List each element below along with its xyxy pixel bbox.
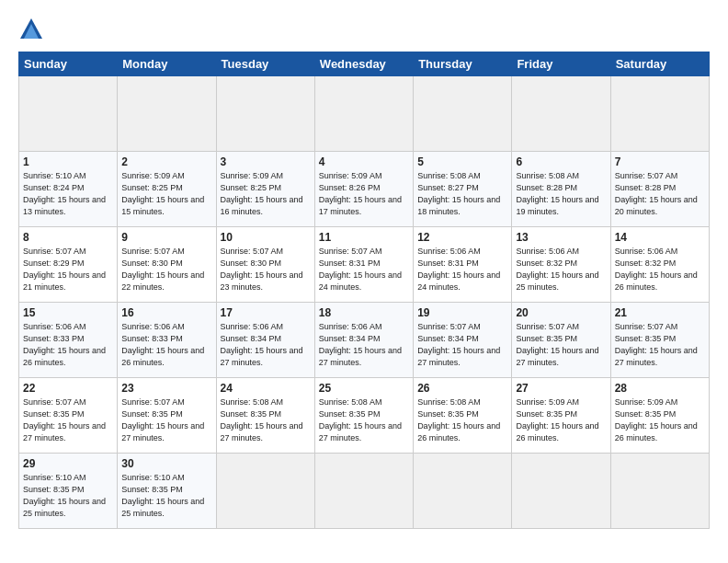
calendar-cell	[610, 76, 709, 152]
calendar-cell: 29Sunrise: 5:10 AMSunset: 8:35 PMDayligh…	[19, 454, 118, 529]
day-number: 26	[417, 382, 507, 395]
day-number: 12	[417, 231, 507, 244]
day-number: 6	[516, 155, 606, 168]
logo	[18, 17, 48, 42]
calendar-header-row: SundayMondayTuesdayWednesdayThursdayFrid…	[19, 52, 710, 76]
calendar-cell: 25Sunrise: 5:08 AMSunset: 8:35 PMDayligh…	[314, 378, 413, 454]
calendar-cell: 16Sunrise: 5:06 AMSunset: 8:33 PMDayligh…	[118, 303, 216, 378]
day-number: 2	[121, 155, 211, 168]
day-info: Sunrise: 5:09 AMSunset: 8:25 PMDaylight:…	[121, 170, 211, 218]
calendar-cell	[216, 454, 314, 529]
weekday-header-friday: Friday	[512, 52, 610, 76]
calendar-table: SundayMondayTuesdayWednesdayThursdayFrid…	[18, 52, 710, 529]
day-info: Sunrise: 5:07 AMSunset: 8:28 PMDaylight:…	[615, 170, 705, 218]
calendar-cell: 13Sunrise: 5:06 AMSunset: 8:32 PMDayligh…	[512, 227, 610, 303]
day-number: 23	[121, 382, 211, 395]
calendar-cell: 30Sunrise: 5:10 AMSunset: 8:35 PMDayligh…	[118, 454, 216, 529]
day-number: 4	[319, 155, 409, 168]
day-number: 7	[615, 155, 705, 168]
calendar-cell: 10Sunrise: 5:07 AMSunset: 8:30 PMDayligh…	[216, 227, 314, 303]
calendar-cell: 15Sunrise: 5:06 AMSunset: 8:33 PMDayligh…	[19, 303, 118, 378]
calendar-cell: 8Sunrise: 5:07 AMSunset: 8:29 PMDaylight…	[19, 227, 118, 303]
day-info: Sunrise: 5:06 AMSunset: 8:33 PMDaylight:…	[23, 321, 113, 369]
day-number: 28	[615, 382, 705, 395]
calendar-cell: 4Sunrise: 5:09 AMSunset: 8:26 PMDaylight…	[314, 152, 413, 227]
day-number: 13	[516, 231, 606, 244]
calendar-cell: 7Sunrise: 5:07 AMSunset: 8:28 PMDaylight…	[610, 152, 709, 227]
day-info: Sunrise: 5:06 AMSunset: 8:32 PMDaylight:…	[516, 246, 606, 293]
day-number: 20	[516, 306, 606, 319]
day-info: Sunrise: 5:07 AMSunset: 8:30 PMDaylight:…	[121, 246, 211, 293]
calendar-week-3: 15Sunrise: 5:06 AMSunset: 8:33 PMDayligh…	[19, 303, 710, 378]
calendar-week-5: 29Sunrise: 5:10 AMSunset: 8:35 PMDayligh…	[19, 454, 710, 529]
day-number: 30	[121, 457, 211, 470]
calendar-week-2: 8Sunrise: 5:07 AMSunset: 8:29 PMDaylight…	[19, 227, 710, 303]
day-info: Sunrise: 5:06 AMSunset: 8:33 PMDaylight:…	[121, 321, 211, 369]
day-info: Sunrise: 5:08 AMSunset: 8:27 PMDaylight:…	[417, 170, 507, 218]
day-info: Sunrise: 5:07 AMSunset: 8:35 PMDaylight:…	[615, 321, 705, 369]
calendar-cell: 24Sunrise: 5:08 AMSunset: 8:35 PMDayligh…	[216, 378, 314, 454]
calendar-week-0	[19, 76, 710, 152]
calendar-cell	[216, 76, 314, 152]
day-info: Sunrise: 5:06 AMSunset: 8:31 PMDaylight:…	[417, 246, 507, 293]
calendar-cell	[414, 76, 512, 152]
calendar-cell: 1Sunrise: 5:10 AMSunset: 8:24 PMDaylight…	[19, 152, 118, 227]
weekday-header-sunday: Sunday	[19, 52, 118, 76]
calendar-cell: 22Sunrise: 5:07 AMSunset: 8:35 PMDayligh…	[19, 378, 118, 454]
day-number: 10	[221, 231, 311, 244]
day-number: 3	[221, 155, 311, 168]
calendar-cell: 14Sunrise: 5:06 AMSunset: 8:32 PMDayligh…	[610, 227, 709, 303]
header	[18, 17, 710, 42]
day-number: 22	[23, 382, 113, 395]
page: SundayMondayTuesdayWednesdayThursdayFrid…	[0, 0, 728, 563]
day-info: Sunrise: 5:07 AMSunset: 8:31 PMDaylight:…	[319, 246, 409, 293]
day-info: Sunrise: 5:06 AMSunset: 8:34 PMDaylight:…	[319, 321, 409, 369]
day-info: Sunrise: 5:07 AMSunset: 8:35 PMDaylight:…	[23, 396, 113, 444]
calendar-cell	[19, 76, 118, 152]
calendar-cell: 11Sunrise: 5:07 AMSunset: 8:31 PMDayligh…	[314, 227, 413, 303]
calendar-week-1: 1Sunrise: 5:10 AMSunset: 8:24 PMDaylight…	[19, 152, 710, 227]
day-number: 16	[121, 306, 211, 319]
day-info: Sunrise: 5:07 AMSunset: 8:34 PMDaylight:…	[417, 321, 507, 369]
calendar-cell: 9Sunrise: 5:07 AMSunset: 8:30 PMDaylight…	[118, 227, 216, 303]
day-info: Sunrise: 5:09 AMSunset: 8:25 PMDaylight:…	[221, 170, 311, 218]
calendar-cell	[118, 76, 216, 152]
day-number: 15	[23, 306, 113, 319]
day-number: 9	[121, 231, 211, 244]
day-info: Sunrise: 5:07 AMSunset: 8:35 PMDaylight:…	[121, 396, 211, 444]
day-info: Sunrise: 5:08 AMSunset: 8:35 PMDaylight:…	[221, 396, 311, 444]
day-info: Sunrise: 5:06 AMSunset: 8:34 PMDaylight:…	[221, 321, 311, 369]
day-number: 11	[319, 231, 409, 244]
day-number: 21	[615, 306, 705, 319]
day-number: 1	[23, 155, 113, 168]
day-info: Sunrise: 5:07 AMSunset: 8:29 PMDaylight:…	[23, 246, 113, 293]
day-info: Sunrise: 5:06 AMSunset: 8:32 PMDaylight:…	[615, 246, 705, 293]
calendar-cell: 3Sunrise: 5:09 AMSunset: 8:25 PMDaylight…	[216, 152, 314, 227]
day-info: Sunrise: 5:07 AMSunset: 8:35 PMDaylight:…	[516, 321, 606, 369]
day-number: 29	[23, 457, 113, 470]
calendar-cell	[610, 454, 709, 529]
calendar-cell: 17Sunrise: 5:06 AMSunset: 8:34 PMDayligh…	[216, 303, 314, 378]
calendar-cell: 21Sunrise: 5:07 AMSunset: 8:35 PMDayligh…	[610, 303, 709, 378]
calendar-cell: 20Sunrise: 5:07 AMSunset: 8:35 PMDayligh…	[512, 303, 610, 378]
day-info: Sunrise: 5:10 AMSunset: 8:35 PMDaylight:…	[23, 472, 113, 520]
day-number: 5	[417, 155, 507, 168]
calendar-cell: 23Sunrise: 5:07 AMSunset: 8:35 PMDayligh…	[118, 378, 216, 454]
calendar-cell	[314, 454, 413, 529]
weekday-header-tuesday: Tuesday	[216, 52, 314, 76]
day-number: 8	[23, 231, 113, 244]
day-info: Sunrise: 5:08 AMSunset: 8:35 PMDaylight:…	[319, 396, 409, 444]
calendar-cell	[512, 454, 610, 529]
day-info: Sunrise: 5:09 AMSunset: 8:35 PMDaylight:…	[516, 396, 606, 444]
calendar-cell	[414, 454, 512, 529]
day-number: 18	[319, 306, 409, 319]
calendar-cell: 19Sunrise: 5:07 AMSunset: 8:34 PMDayligh…	[414, 303, 512, 378]
calendar-cell: 26Sunrise: 5:08 AMSunset: 8:35 PMDayligh…	[414, 378, 512, 454]
calendar-week-4: 22Sunrise: 5:07 AMSunset: 8:35 PMDayligh…	[19, 378, 710, 454]
day-number: 19	[417, 306, 507, 319]
calendar-cell: 27Sunrise: 5:09 AMSunset: 8:35 PMDayligh…	[512, 378, 610, 454]
day-info: Sunrise: 5:09 AMSunset: 8:26 PMDaylight:…	[319, 170, 409, 218]
calendar-cell: 2Sunrise: 5:09 AMSunset: 8:25 PMDaylight…	[118, 152, 216, 227]
day-number: 25	[319, 382, 409, 395]
calendar-cell: 6Sunrise: 5:08 AMSunset: 8:28 PMDaylight…	[512, 152, 610, 227]
